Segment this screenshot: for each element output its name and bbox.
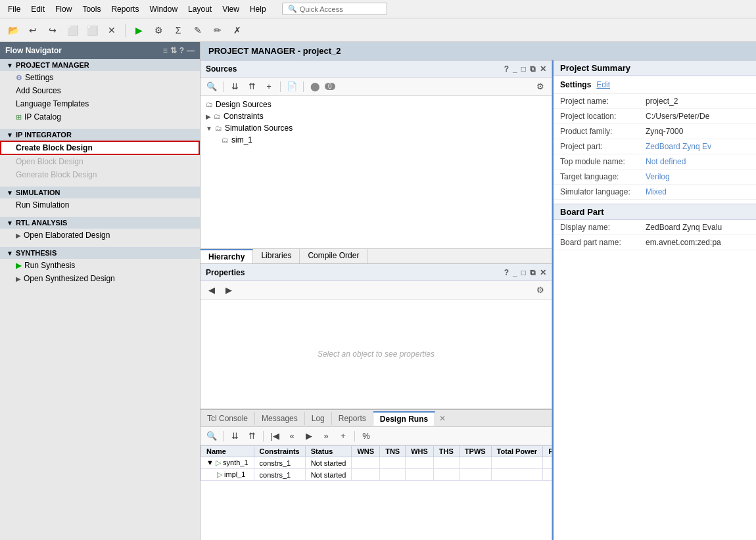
props-help-icon[interactable]: ? — [504, 268, 509, 277]
menu-window[interactable]: Window — [144, 3, 183, 15]
nav-item-run-simulation[interactable]: Run Simulation — [0, 198, 200, 212]
sources-minimize-icon[interactable]: _ — [513, 64, 517, 74]
ps-val-project-part[interactable]: ZedBoard Zynq Ev — [646, 142, 749, 151]
tab-libraries[interactable]: Libraries — [253, 249, 300, 263]
btab-messages[interactable]: Messages — [255, 412, 305, 425]
run-button[interactable]: ▶ — [130, 22, 148, 39]
props-maximize-icon[interactable]: □ — [521, 268, 526, 277]
nav-item-run-simulation-label: Run Simulation — [16, 200, 69, 210]
tree-item-design-sources[interactable]: 🗂 Design Sources — [201, 99, 552, 110]
dr-search-button[interactable]: 🔍 — [204, 430, 219, 443]
settings-button[interactable]: ⚙ — [149, 22, 168, 39]
sources-close-icon[interactable]: ✕ — [540, 64, 546, 74]
run-synth1-tns — [380, 457, 406, 469]
menu-tools[interactable]: Tools — [77, 3, 106, 15]
delete-button[interactable]: ✕ — [103, 22, 121, 39]
dr-add-button[interactable]: + — [336, 430, 350, 443]
dr-expand-all-button[interactable]: ⇈ — [245, 430, 259, 443]
sources-search-button[interactable]: 🔍 — [204, 80, 219, 93]
props-close-icon[interactable]: ✕ — [540, 268, 546, 277]
nav-item-ip-catalog[interactable]: ⊞ IP Catalog — [0, 110, 200, 124]
tab-compile-order[interactable]: Compile Order — [300, 249, 367, 263]
menu-flow[interactable]: Flow — [50, 3, 77, 15]
sources-collapse-button[interactable]: ⇊ — [227, 80, 242, 93]
open-project-button[interactable]: 📂 — [4, 22, 22, 39]
table-header-row: Name Constraints Status WNS TNS WHS THS … — [201, 446, 552, 457]
table-row[interactable]: ▼ ▷ synth_1 constrs_1 Not started — [201, 457, 552, 469]
sources-file-button[interactable]: 📄 — [285, 80, 299, 93]
ps-val-simulator-language[interactable]: Mixed — [646, 187, 749, 196]
menubar: File Edit Flow Tools Reports Window Layo… — [0, 0, 756, 18]
menu-reports[interactable]: Reports — [106, 3, 144, 15]
sources-toolbar-sep2 — [280, 81, 281, 92]
tree-item-sim1[interactable]: 🗂 sim_1 — [201, 134, 552, 146]
dr-prev-prev-button[interactable]: « — [285, 430, 299, 443]
sources-expand-button[interactable]: ⇈ — [245, 80, 259, 93]
dr-percent-button[interactable]: % — [359, 430, 373, 443]
copy-button[interactable]: ⬜ — [63, 22, 82, 39]
nav-item-open-synth-design[interactable]: ▶ Open Synthesized Design — [0, 272, 200, 285]
undo-button[interactable]: ↩ — [24, 22, 42, 39]
run-impl1-ths — [433, 469, 459, 481]
project-summary-edit-link[interactable]: Edit — [596, 80, 610, 89]
paste-button[interactable]: ⬜ — [83, 22, 101, 39]
btab-reports[interactable]: Reports — [332, 412, 373, 425]
nav-section-rtl-analysis[interactable]: ▼ RTL ANALYSIS — [0, 217, 200, 229]
btab-design-runs[interactable]: Design Runs — [373, 411, 435, 426]
tree-item-sim-sources[interactable]: ▼ 🗂 Simulation Sources — [201, 122, 552, 134]
gear-icon: ⚙ — [16, 74, 22, 82]
nav-section-ip-integrator[interactable]: ▼ IP INTEGRATOR — [0, 129, 200, 141]
tree-item-constraints[interactable]: ▶ 🗂 Constraints — [201, 110, 552, 122]
nav-section-synthesis[interactable]: ▼ SYNTHESIS — [0, 247, 200, 259]
sources-help-icon[interactable]: ? — [504, 64, 509, 74]
sources-circle-button[interactable]: ⬤ — [308, 80, 322, 93]
props-settings-button[interactable]: ⚙ — [533, 284, 548, 297]
tab-hierarchy[interactable]: Hierarchy — [201, 249, 253, 263]
nav-item-create-block-design[interactable]: Create Block Design — [0, 141, 200, 155]
nav-item-language-templates-label: Language Templates — [16, 99, 89, 108]
props-back-button[interactable]: ◀ — [204, 284, 219, 297]
menu-help[interactable]: Help — [245, 3, 272, 15]
sources-maximize-icon[interactable]: □ — [521, 64, 526, 74]
menu-file[interactable]: File — [3, 3, 26, 15]
sigma-button[interactable]: Σ — [169, 22, 187, 39]
nav-item-settings[interactable]: ⚙ Settings — [0, 71, 200, 84]
sources-toolbar-sep3 — [303, 81, 304, 92]
menu-layout[interactable]: Layout — [183, 3, 217, 15]
cross-button[interactable]: ✗ — [228, 22, 247, 39]
redo-button[interactable]: ↪ — [43, 22, 62, 39]
sources-restore-icon[interactable]: ⧉ — [530, 64, 536, 74]
nav-item-add-sources[interactable]: Add Sources — [0, 84, 200, 97]
quickaccess-bar[interactable]: 🔍 Quick Access — [282, 3, 387, 15]
nav-item-language-templates[interactable]: Language Templates — [0, 97, 200, 110]
dr-first-button[interactable]: |◀ — [268, 430, 282, 443]
props-minimize-icon[interactable]: _ — [513, 268, 517, 277]
ps-val-target-language[interactable]: Verilog — [646, 172, 749, 181]
menu-edit[interactable]: Edit — [26, 3, 50, 15]
nav-help-icon[interactable]: ? — [179, 46, 184, 55]
nav-sort-icon[interactable]: ⇅ — [170, 46, 177, 55]
search-icon: 🔍 — [288, 5, 297, 13]
btab-tcl-console[interactable]: Tcl Console — [201, 412, 255, 425]
expand-synth1-icon[interactable]: ▼ — [206, 459, 214, 466]
nav-section-simulation[interactable]: ▼ SIMULATION — [0, 187, 200, 198]
nav-item-run-synthesis[interactable]: ▶ Run Synthesis — [0, 259, 200, 272]
nav-pin-icon[interactable]: ≡ — [163, 46, 168, 55]
dr-collapse-all-button[interactable]: ⇊ — [227, 430, 242, 443]
table-row[interactable]: ▷ impl_1 constrs_1 Not started — [201, 469, 552, 481]
nav-minimize-icon[interactable]: — — [187, 46, 195, 55]
ps-val-top-module[interactable]: Not defined — [646, 157, 749, 166]
btab-log[interactable]: Log — [305, 412, 332, 425]
sources-settings-button[interactable]: ⚙ — [533, 80, 548, 93]
sources-add-button[interactable]: + — [262, 80, 276, 93]
pencil-button[interactable]: ✏ — [208, 22, 227, 39]
menu-view[interactable]: View — [217, 3, 245, 15]
edit-button[interactable]: ✎ — [189, 22, 207, 39]
props-forward-button[interactable]: ▶ — [222, 284, 236, 297]
dr-play-button[interactable]: ▶ — [302, 430, 316, 443]
nav-item-open-elab-design[interactable]: ▶ Open Elaborated Design — [0, 229, 200, 242]
nav-section-project-manager[interactable]: ▼ PROJECT MANAGER — [0, 59, 200, 71]
dr-next-next-button[interactable]: » — [319, 430, 333, 443]
props-restore-icon[interactable]: ⧉ — [530, 268, 536, 277]
btab-close-button[interactable]: ✕ — [435, 413, 450, 424]
